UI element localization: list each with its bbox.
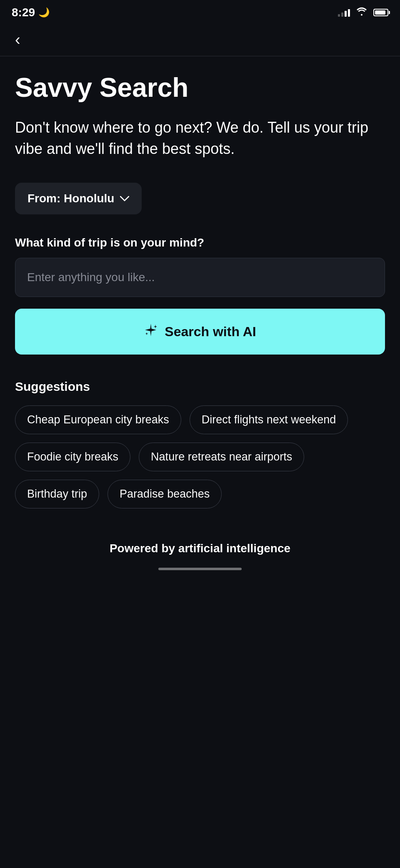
back-button[interactable]: ‹ (15, 32, 20, 48)
chevron-down-icon (120, 193, 129, 204)
page-subtitle: Don't know where to go next? We do. Tell… (15, 117, 385, 159)
sparkle-icon (144, 323, 158, 340)
suggestion-2[interactable]: Direct flights next weekend (190, 405, 348, 434)
trip-input[interactable] (27, 271, 373, 284)
main-content: Savvy Search Don't know where to go next… (0, 56, 400, 525)
trip-input-section: What kind of trip is on your mind? (15, 236, 385, 297)
ai-search-button[interactable]: Search with AI (15, 309, 385, 355)
powered-by-section: Powered by artificial intelligence (0, 525, 400, 570)
back-arrow-icon: ‹ (15, 32, 20, 48)
trip-question: What kind of trip is on your mind? (15, 236, 385, 249)
nav-bar: ‹ (0, 23, 400, 56)
trip-input-container (15, 258, 385, 297)
time-display: 8:29 (12, 6, 35, 19)
suggestion-4[interactable]: Nature retreats near airports (139, 443, 304, 471)
powered-by-text: Powered by artificial intelligence (15, 542, 385, 555)
suggestions-title: Suggestions (15, 380, 385, 394)
suggestion-chips: Cheap European city breaksDirect flights… (15, 405, 385, 508)
status-icons (338, 7, 388, 18)
from-label: From: Honolulu (28, 192, 114, 205)
home-indicator (158, 568, 242, 570)
ai-search-button-text: Search with AI (165, 324, 256, 340)
status-time: 8:29 🌙 (12, 6, 50, 19)
battery-icon (373, 9, 388, 16)
suggestion-6[interactable]: Paradise beaches (108, 480, 222, 508)
page-title: Savvy Search (15, 73, 385, 102)
suggestion-3[interactable]: Foodie city breaks (15, 443, 130, 471)
suggestion-1[interactable]: Cheap European city breaks (15, 405, 181, 434)
status-bar: 8:29 🌙 (0, 0, 400, 23)
signal-icon (338, 8, 350, 17)
suggestion-5[interactable]: Birthday trip (15, 480, 99, 508)
moon-icon: 🌙 (38, 7, 50, 18)
from-selector[interactable]: From: Honolulu (15, 183, 142, 214)
suggestions-section: Suggestions Cheap European city breaksDi… (15, 380, 385, 525)
wifi-icon (356, 7, 368, 18)
